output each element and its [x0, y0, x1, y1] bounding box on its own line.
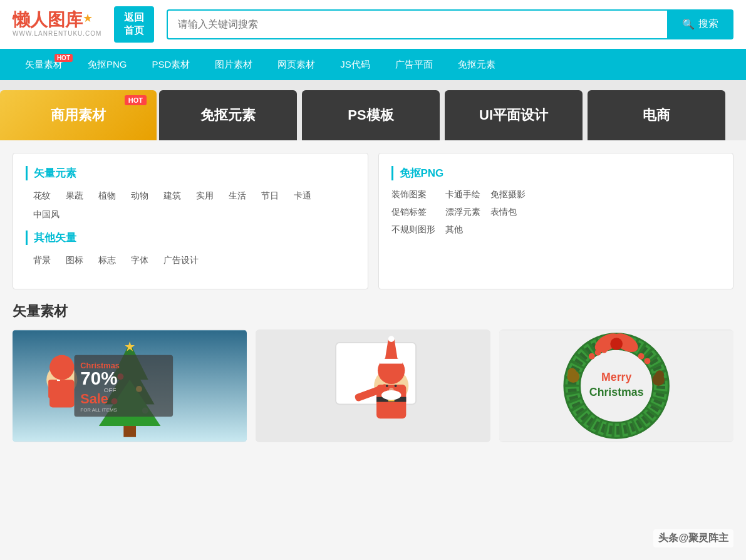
svg-rect-5 — [123, 426, 136, 437]
image-card-2[interactable] — [256, 329, 490, 442]
png-col2: 卡通手绘 漂浮元素 其他 — [445, 189, 480, 236]
svg-point-29 — [388, 336, 395, 342]
logo-text: 懒人图库 — [13, 10, 83, 29]
svg-rect-15 — [57, 380, 60, 381]
link-jieri[interactable]: 节日 — [254, 189, 286, 203]
png-col3: 免抠摄影 表情包 — [490, 189, 526, 236]
other-vector-links: 背景 图标 标志 字体 广告设计 — [26, 254, 355, 267]
category-banner: 商用素材 HOT 免抠元素 PS模板 UI平面设计 电商 — [0, 80, 746, 140]
link-huawen[interactable]: 花纹 — [26, 189, 58, 203]
svg-text:Sale: Sale — [80, 390, 108, 406]
link-biaozhi[interactable]: 标志 — [91, 254, 123, 267]
png-panel: 免抠PNG 装饰图案 促销标签 不规则图形 卡通手绘 漂浮元素 其他 免抠摄影 … — [378, 153, 734, 289]
header: 懒人图库★ WWW.LANRENTUKU.COM 返回 首页 🔍 搜索 — [0, 0, 746, 50]
link-float[interactable]: 漂浮元素 — [445, 207, 480, 218]
svg-text:70%: 70% — [80, 368, 117, 388]
link-decoration[interactable]: 装饰图案 — [391, 189, 435, 200]
logo-area: 懒人图库★ WWW.LANRENTUKU.COM — [13, 11, 101, 37]
image-grid: Christmas 70% OFF Sale FOR ALL ITEMS — [13, 329, 733, 442]
nav-item-cutout[interactable]: 免抠元素 — [445, 50, 508, 80]
logo: 懒人图库★ WWW.LANRENTUKU.COM — [13, 11, 101, 37]
nav-item-js[interactable]: JS代码 — [328, 50, 383, 80]
cat-btn-ps[interactable]: PS模板 — [302, 90, 440, 140]
link-zhiwu[interactable]: 植物 — [91, 189, 123, 203]
image-card-3[interactable]: Merry Christmas — [499, 329, 733, 442]
search-input[interactable] — [167, 9, 667, 39]
cat-btn-commercial[interactable]: 商用素材 HOT — [0, 90, 157, 140]
other-vector-title: 其他矢量 — [26, 231, 355, 245]
svg-text:Merry: Merry — [601, 371, 631, 383]
link-zhongguo[interactable]: 中国风 — [26, 208, 67, 222]
svg-point-45 — [644, 358, 650, 364]
link-photo[interactable]: 免抠摄影 — [490, 189, 526, 200]
section-heading: 矢量素材 — [13, 302, 733, 321]
nav-item-png[interactable]: 免抠PNG — [75, 50, 140, 80]
search-area: 🔍 搜索 — [167, 9, 733, 39]
link-emoji[interactable]: 表情包 — [490, 207, 526, 218]
nav-item-web[interactable]: 网页素材 — [265, 50, 328, 80]
png-links: 装饰图案 促销标签 不规则图形 卡通手绘 漂浮元素 其他 免抠摄影 表情包 — [391, 189, 721, 236]
svg-point-12 — [49, 355, 74, 379]
link-guoshu[interactable]: 果蔬 — [58, 189, 91, 203]
svg-point-33 — [386, 385, 388, 387]
nav-item-ads[interactable]: 广告平面 — [383, 50, 445, 80]
link-jianzhu[interactable]: 建筑 — [156, 189, 189, 203]
link-other[interactable]: 其他 — [445, 224, 480, 236]
link-katong[interactable]: 卡通 — [286, 189, 319, 203]
search-button[interactable]: 🔍 搜索 — [667, 9, 733, 39]
category-panels: 矢量元素 花纹 果蔬 植物 动物 建筑 实用 生活 节日 卡通 中国风 其他矢量… — [13, 153, 733, 289]
link-beijing[interactable]: 背景 — [26, 254, 58, 267]
navbar: 矢量素材 HOT 免抠PNG PSD素材 图片素材 网页素材 JS代码 广告平面… — [0, 50, 746, 80]
svg-point-48 — [610, 338, 623, 350]
hot-badge: HOT — [54, 54, 73, 62]
nav-item-images[interactable]: 图片素材 — [202, 50, 265, 80]
link-dongwu[interactable]: 动物 — [123, 189, 156, 203]
main-content: 矢量元素 花纹 果蔬 植物 动物 建筑 实用 生活 节日 卡通 中国风 其他矢量… — [0, 140, 746, 455]
link-shiyong[interactable]: 实用 — [189, 189, 221, 203]
svg-point-34 — [395, 385, 397, 387]
logo-star: ★ — [83, 12, 93, 24]
cat-btn-cutout[interactable]: 免抠元素 — [159, 90, 297, 140]
svg-point-36 — [381, 390, 401, 400]
svg-point-41 — [588, 353, 594, 359]
cat-btn-ecommerce[interactable]: 电商 — [588, 90, 725, 140]
search-icon: 🔍 — [682, 18, 695, 30]
cat-hot-badge: HOT — [125, 95, 147, 105]
link-guanggao[interactable]: 广告设计 — [156, 254, 206, 267]
link-tubiao[interactable]: 图标 — [58, 254, 91, 267]
svg-point-44 — [638, 353, 644, 359]
cat-btn-ui[interactable]: UI平面设计 — [445, 90, 583, 140]
png-col1: 装饰图案 促销标签 不规则图形 — [391, 189, 435, 236]
svg-point-50 — [567, 368, 576, 376]
link-cartoon[interactable]: 卡通手绘 — [445, 189, 480, 200]
svg-rect-14 — [48, 380, 54, 398]
image-card-1[interactable]: Christmas 70% OFF Sale FOR ALL ITEMS — [13, 329, 247, 442]
logo-sub: WWW.LANRENTUKU.COM — [13, 30, 101, 37]
link-shenghuo[interactable]: 生活 — [221, 189, 254, 203]
link-shape[interactable]: 不规则图形 — [391, 224, 435, 236]
back-home-button[interactable]: 返回 首页 — [114, 6, 154, 43]
svg-point-52 — [655, 370, 664, 379]
vector-title: 矢量元素 — [26, 166, 355, 180]
vector-panel: 矢量元素 花纹 果蔬 植物 动物 建筑 实用 生活 节日 卡通 中国风 其他矢量… — [13, 153, 368, 289]
png-title: 免抠PNG — [391, 166, 721, 180]
nav-item-psd[interactable]: PSD素材 — [140, 50, 203, 80]
svg-text:Christmas: Christmas — [589, 385, 644, 398]
link-promo[interactable]: 促销标签 — [391, 207, 435, 218]
svg-rect-27 — [380, 358, 402, 363]
nav-item-vector[interactable]: 矢量素材 HOT — [13, 50, 75, 80]
link-ziti[interactable]: 字体 — [123, 254, 156, 267]
svg-text:FOR ALL ITEMS: FOR ALL ITEMS — [80, 407, 117, 413]
vector-links: 花纹 果蔬 植物 动物 建筑 实用 生活 节日 卡通 中国风 — [26, 189, 355, 222]
